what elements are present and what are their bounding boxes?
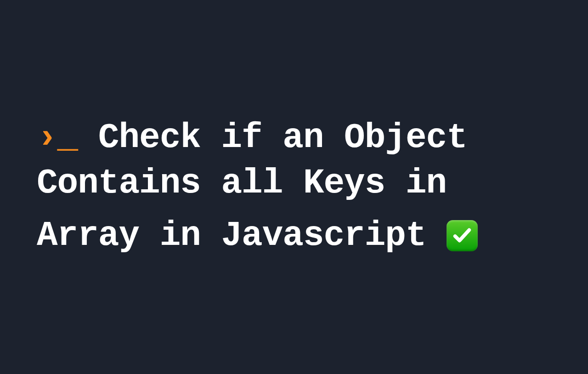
checkmark-icon	[447, 213, 478, 259]
title-text: Check if an Object Contains all Keys in …	[37, 118, 467, 255]
prompt-caret-icon: ›	[37, 118, 57, 158]
article-title: ›_ Check if an Object Contains all Keys …	[37, 115, 551, 258]
prompt-underscore-icon: _	[57, 118, 78, 158]
